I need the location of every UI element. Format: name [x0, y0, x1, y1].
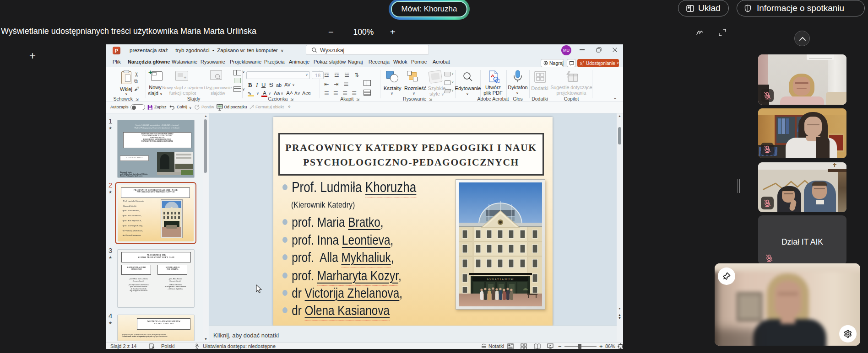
svg-text:IGNATIANUM: IGNATIANUM: [487, 278, 514, 281]
